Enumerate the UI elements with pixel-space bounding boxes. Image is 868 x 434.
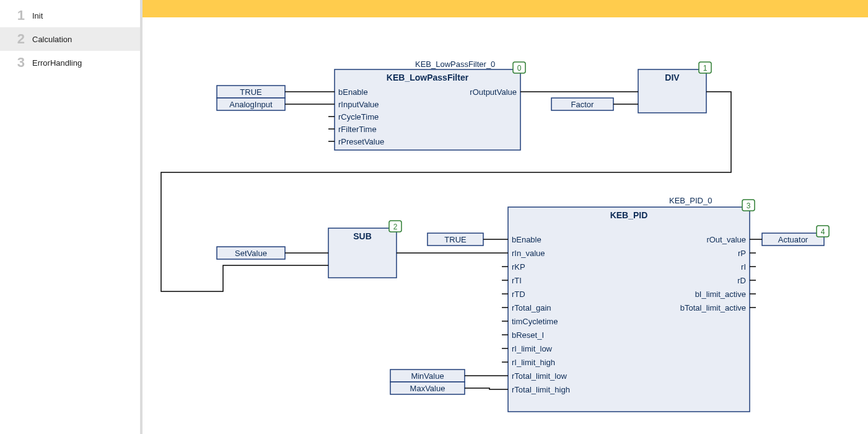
svg-text:rI: rI (741, 262, 746, 272)
svg-text:1: 1 (703, 64, 708, 73)
step-number: 1 (9, 7, 25, 24)
svg-text:rI_limit_low: rI_limit_low (512, 344, 553, 353)
svg-text:rTotal_gain: rTotal_gain (512, 303, 551, 312)
svg-text:rTI: rTI (512, 276, 522, 285)
svg-text:4: 4 (821, 228, 825, 236)
var-actuator[interactable]: Actuator 4 (762, 226, 829, 246)
svg-text:rFilterTime: rFilterTime (338, 125, 377, 134)
svg-text:rTotal_limit_high: rTotal_limit_high (512, 385, 570, 394)
step-label: ErrorHandling (32, 58, 82, 68)
var-factor[interactable]: Factor (551, 98, 613, 110)
svg-text:rInputValue: rInputValue (338, 100, 379, 109)
step-number: 2 (9, 31, 25, 47)
svg-text:rTD: rTD (512, 290, 525, 299)
instance-label: KEB_LowPassFilter_0 (415, 60, 495, 69)
svg-text:rIn_value: rIn_value (512, 249, 545, 258)
block-pid[interactable]: KEB_PID_0 KEB_PID 3 bEnable rIn_value rK… (502, 196, 756, 412)
diagram-canvas[interactable]: KEB_LowPassFilter_0 KEB_LowPassFilter 0 … (142, 0, 868, 434)
block-sub[interactable]: SUB 2 (322, 221, 403, 278)
var-setvalue[interactable]: SetValue (217, 247, 285, 259)
svg-text:bReset_I: bReset_I (512, 330, 544, 340)
svg-text:rI_limit_high: rI_limit_high (512, 358, 555, 367)
svg-text:timCycletime: timCycletime (512, 317, 558, 326)
var-true-pid[interactable]: TRUE (427, 233, 483, 246)
block-div[interactable]: DIV 1 (632, 62, 712, 113)
step-label: Calculation (32, 35, 72, 44)
step-calculation[interactable]: 2 Calculation (0, 27, 140, 51)
var-maxvalue[interactable]: MaxValue (390, 382, 465, 394)
svg-text:rP: rP (738, 249, 746, 258)
svg-text:SetValue: SetValue (235, 249, 267, 258)
svg-text:DIV: DIV (665, 73, 680, 82)
instance-label: KEB_PID_0 (669, 196, 712, 205)
svg-text:MinValue: MinValue (411, 371, 444, 381)
svg-text:TRUE: TRUE (444, 235, 467, 244)
step-init[interactable]: 1 Init (0, 4, 140, 27)
svg-text:rCycleTime: rCycleTime (338, 112, 379, 122)
var-analoginput[interactable]: AnalogInput (217, 98, 285, 110)
svg-text:rTotal_limit_low: rTotal_limit_low (512, 371, 567, 381)
output-port: rOutputValue (470, 87, 517, 97)
svg-text:MaxValue: MaxValue (410, 384, 445, 393)
block-lowpassfilter[interactable]: KEB_LowPassFilter_0 KEB_LowPassFilter 0 … (328, 60, 527, 150)
svg-text:SUB: SUB (353, 231, 372, 241)
svg-text:TRUE: TRUE (240, 87, 262, 97)
block-type: KEB_LowPassFilter (387, 73, 469, 82)
svg-text:rD: rD (737, 276, 746, 285)
exec-order-value: 0 (517, 64, 522, 73)
var-true-lpf[interactable]: TRUE (217, 86, 285, 98)
highlight-bar (142, 0, 868, 17)
wire (465, 388, 502, 389)
svg-text:2: 2 (393, 223, 398, 231)
svg-text:rKP: rKP (512, 262, 525, 272)
svg-text:bI_limit_active: bI_limit_active (695, 290, 746, 299)
svg-text:rOut_value: rOut_value (706, 235, 746, 244)
step-number: 3 (9, 55, 25, 71)
svg-text:bEnable: bEnable (338, 87, 368, 97)
svg-text:3: 3 (747, 202, 751, 210)
svg-text:AnalogInput: AnalogInput (229, 100, 273, 109)
svg-text:Factor: Factor (571, 100, 595, 109)
svg-text:KEB_PID: KEB_PID (610, 210, 648, 220)
fbd-diagram: KEB_LowPassFilter_0 KEB_LowPassFilter 0 … (142, 17, 867, 434)
svg-text:bEnable: bEnable (512, 235, 541, 244)
section-sidebar: 1 Init 2 Calculation 3 ErrorHandling (0, 0, 142, 434)
step-label: Init (32, 11, 43, 20)
svg-text:Actuator: Actuator (778, 235, 809, 244)
var-minvalue[interactable]: MinValue (390, 370, 465, 382)
step-errorhandling[interactable]: 3 ErrorHandling (0, 51, 140, 74)
svg-text:bTotal_limit_active: bTotal_limit_active (680, 303, 746, 312)
svg-text:rPresetValue: rPresetValue (338, 137, 384, 146)
